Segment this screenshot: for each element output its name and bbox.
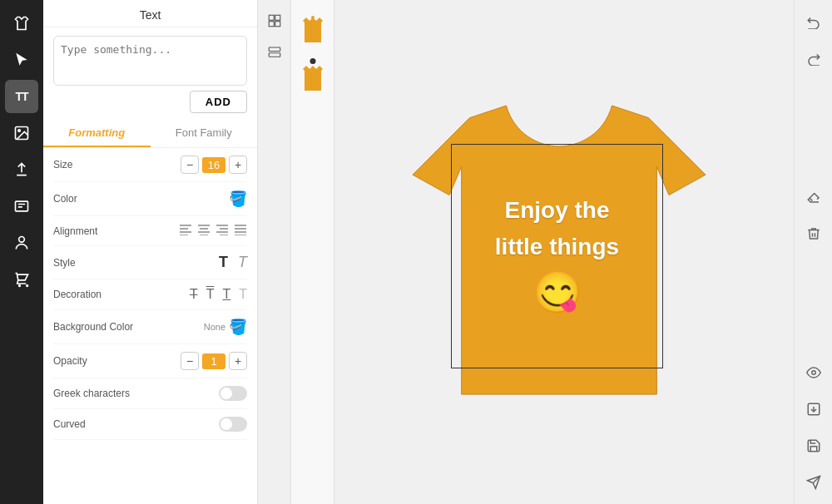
canvas-area: Enjoy the little things 😋 bbox=[291, 0, 794, 504]
left-sidebar: TT bbox=[0, 0, 43, 504]
trash-button[interactable] bbox=[800, 220, 827, 247]
svg-rect-25 bbox=[275, 22, 280, 27]
size-increase-button[interactable]: + bbox=[229, 156, 247, 174]
alignment-label: Alignment bbox=[53, 225, 128, 237]
svg-rect-22 bbox=[269, 15, 274, 20]
canvas-left-toolbar bbox=[258, 0, 291, 504]
curved-toggle[interactable] bbox=[219, 417, 247, 432]
bg-color-label: Background Color bbox=[53, 321, 133, 333]
sidebar-item-name[interactable] bbox=[5, 190, 38, 223]
svg-point-3 bbox=[19, 237, 25, 243]
curved-label: Curved bbox=[53, 418, 128, 430]
add-button[interactable]: ADD bbox=[190, 91, 247, 113]
align-left-icon[interactable] bbox=[179, 224, 192, 238]
size-decrease-button[interactable]: − bbox=[181, 156, 199, 174]
sidebar-item-person[interactable] bbox=[5, 226, 38, 259]
style-italic-icon[interactable]: T bbox=[238, 254, 247, 271]
layers-button[interactable] bbox=[262, 40, 287, 65]
right-toolbar bbox=[794, 0, 832, 504]
deco-strikethrough-icon[interactable]: T bbox=[190, 287, 198, 302]
color-option: Color 🪣 bbox=[53, 182, 247, 216]
visibility-button[interactable] bbox=[800, 359, 827, 386]
design-emoji: 😋 bbox=[532, 269, 582, 316]
tab-formatting[interactable]: Formatting bbox=[43, 120, 151, 147]
curved-option: Curved bbox=[53, 409, 247, 440]
svg-rect-26 bbox=[269, 47, 280, 52]
svg-point-30 bbox=[811, 371, 815, 375]
decoration-controls: T T T T bbox=[190, 287, 247, 302]
style-label: Style bbox=[53, 257, 128, 269]
size-label: Size bbox=[53, 159, 128, 170]
svg-point-4 bbox=[19, 285, 21, 287]
design-text-line2: little things bbox=[495, 233, 619, 261]
sidebar-item-image[interactable] bbox=[5, 116, 38, 150]
color-picker-icon[interactable]: 🪣 bbox=[229, 190, 247, 208]
greek-chars-option: Greek characters bbox=[53, 378, 247, 409]
sidebar-item-share[interactable] bbox=[5, 153, 38, 186]
color-controls: 🪣 bbox=[229, 190, 247, 208]
svg-point-5 bbox=[27, 285, 28, 287]
svg-rect-23 bbox=[275, 15, 280, 20]
deco-overline-icon[interactable]: T bbox=[206, 287, 215, 302]
tshirt-canvas: Enjoy the little things 😋 bbox=[401, 69, 717, 435]
panel-title: Text bbox=[43, 0, 257, 27]
bg-color-picker-icon[interactable]: 🪣 bbox=[229, 318, 247, 336]
design-text-line1: Enjoy the bbox=[504, 196, 609, 225]
formatting-tabs: Formatting Font Family bbox=[43, 120, 257, 148]
sidebar-item-text[interactable]: TT bbox=[5, 80, 38, 113]
svg-line-29 bbox=[810, 199, 812, 201]
download-button[interactable] bbox=[800, 396, 827, 422]
svg-rect-24 bbox=[269, 22, 274, 27]
style-controls: T T bbox=[219, 254, 247, 271]
save-button[interactable] bbox=[800, 432, 827, 459]
text-input[interactable] bbox=[53, 36, 247, 86]
alignment-option: Alignment bbox=[53, 216, 247, 246]
sidebar-item-cursor[interactable] bbox=[5, 43, 38, 77]
thumb-dot bbox=[310, 58, 315, 64]
opacity-option: Opacity − 1 + bbox=[53, 344, 247, 378]
align-justify-icon[interactable] bbox=[234, 224, 247, 238]
tab-font-family[interactable]: Font Family bbox=[151, 120, 258, 147]
opacity-value: 1 bbox=[202, 353, 225, 369]
size-option: Size − 16 + bbox=[53, 148, 247, 182]
opacity-controls: − 1 + bbox=[181, 352, 247, 370]
thumbnail-1[interactable] bbox=[297, 10, 329, 50]
eraser-button[interactable] bbox=[800, 184, 827, 210]
deco-none-icon[interactable]: T bbox=[239, 287, 247, 302]
greek-chars-label: Greek characters bbox=[53, 388, 161, 399]
greek-chars-toggle[interactable] bbox=[219, 386, 247, 401]
align-right-icon[interactable] bbox=[215, 224, 229, 238]
thumbnail-sidebar bbox=[291, 0, 334, 504]
design-area[interactable]: Enjoy the little things 😋 bbox=[451, 144, 663, 368]
align-center-icon[interactable] bbox=[197, 224, 210, 238]
alignment-controls bbox=[179, 224, 247, 238]
deco-underline-icon[interactable]: T bbox=[222, 287, 230, 302]
sidebar-item-cart[interactable] bbox=[5, 263, 38, 296]
size-controls: − 16 + bbox=[181, 156, 247, 174]
sidebar-item-tshirt[interactable] bbox=[5, 7, 38, 40]
bg-color-controls: None 🪣 bbox=[204, 318, 247, 336]
svg-rect-27 bbox=[269, 53, 280, 57]
size-value: 16 bbox=[202, 157, 225, 173]
bg-color-value: None bbox=[204, 322, 225, 332]
color-label: Color bbox=[53, 193, 128, 205]
svg-point-1 bbox=[18, 130, 20, 132]
grid-button[interactable] bbox=[262, 8, 287, 33]
bg-color-option: Background Color None 🪣 bbox=[53, 310, 247, 344]
thumbnail-2[interactable] bbox=[297, 58, 329, 98]
options-list: Size − 16 + Color 🪣 Alignment bbox=[43, 148, 257, 504]
undo-button[interactable] bbox=[800, 8, 827, 35]
opacity-label: Opacity bbox=[53, 355, 128, 367]
opacity-decrease-button[interactable]: − bbox=[181, 352, 199, 370]
opacity-increase-button[interactable]: + bbox=[229, 352, 247, 370]
send-button[interactable] bbox=[800, 469, 827, 496]
style-option: Style T T bbox=[53, 246, 247, 279]
text-panel: Text ADD Formatting Font Family Size − 1… bbox=[43, 0, 258, 504]
svg-point-28 bbox=[311, 16, 314, 19]
redo-button[interactable] bbox=[800, 45, 827, 72]
style-bold-icon[interactable]: T bbox=[219, 254, 228, 271]
decoration-label: Decoration bbox=[53, 289, 128, 300]
decoration-option: Decoration T T T T bbox=[53, 279, 247, 310]
